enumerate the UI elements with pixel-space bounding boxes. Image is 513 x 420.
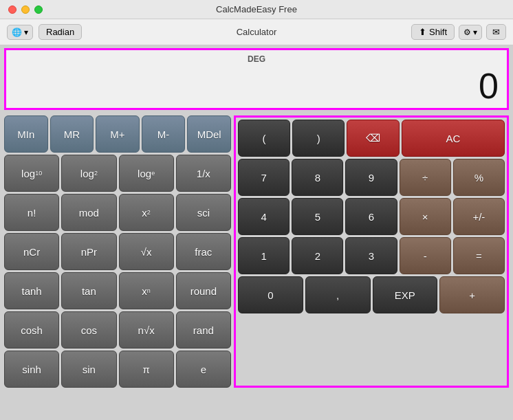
shift-button[interactable]: ⬆ Shift — [411, 24, 455, 40]
mod-button[interactable]: mod — [61, 194, 116, 231]
memory-row: MIn MR M+ M- MDel — [4, 115, 231, 153]
close-button[interactable] — [8, 5, 17, 14]
loge-button[interactable]: loge — [119, 155, 174, 192]
1-button[interactable]: 1 — [238, 237, 290, 274]
ncr-button[interactable]: nCr — [4, 233, 59, 270]
row-789: 7 8 9 ÷ % — [238, 159, 505, 196]
7-button[interactable]: 7 — [238, 159, 290, 196]
log10-button[interactable]: log10 — [4, 155, 59, 192]
display-value: 0 — [14, 68, 499, 104]
left-panel: MIn MR M+ M- MDel log10 log2 loge 1/x n!… — [4, 115, 231, 388]
npr-button[interactable]: nPr — [61, 233, 116, 270]
sin-button[interactable]: sin — [61, 351, 116, 388]
maximize-button[interactable] — [34, 5, 43, 14]
plus-button[interactable]: + — [439, 276, 505, 313]
row-123: 1 2 3 - = — [238, 237, 505, 274]
9-button[interactable]: 9 — [345, 159, 397, 196]
title-bar: CalcMadeEasy Free — [0, 0, 513, 19]
globe-chevron-icon: ▾ — [24, 27, 28, 37]
0-button[interactable]: 0 — [238, 276, 303, 313]
radian-button[interactable]: Radian — [39, 24, 82, 40]
sinh-button[interactable]: sinh — [4, 351, 59, 388]
globe-button[interactable]: 🌐 ▾ — [7, 25, 33, 40]
display: DEG 0 — [4, 48, 509, 110]
sci-button[interactable]: sci — [176, 194, 231, 231]
2-button[interactable]: 2 — [292, 237, 343, 274]
cosh-button[interactable]: cosh — [4, 311, 59, 349]
multiply-button[interactable]: × — [400, 198, 451, 235]
nroot-button[interactable]: n√x — [119, 311, 174, 349]
ac-button[interactable]: AC — [402, 120, 505, 157]
reciprocal-button[interactable]: 1/x — [176, 155, 231, 192]
frac-button[interactable]: frac — [176, 233, 231, 270]
equals-button[interactable]: = — [453, 237, 505, 274]
app-title: CalcMadeEasy Free — [216, 4, 297, 14]
toolbar: 🌐 ▾ Radian Calculator ⬆ Shift ⚙ ▾ ✉ — [0, 19, 513, 45]
factorial-row: n! mod x2 sci — [4, 194, 231, 231]
right-panel: ( ) ⌫ AC 7 8 9 ÷ % 4 5 6 × +/- 1 2 3 - = — [234, 115, 509, 388]
gear-icon: ⚙ — [463, 27, 471, 37]
rand-button[interactable]: rand — [176, 311, 231, 349]
mail-button[interactable]: ✉ — [486, 24, 506, 40]
percent-button[interactable]: % — [453, 159, 505, 196]
minimize-button[interactable] — [21, 5, 30, 14]
sinh-row: sinh sin π e — [4, 351, 231, 388]
tan-button[interactable]: tan — [61, 272, 116, 309]
cosh-row: cosh cos n√x rand — [4, 311, 231, 349]
e-button[interactable]: e — [176, 351, 231, 388]
log-row: log10 log2 loge 1/x — [4, 155, 231, 192]
divide-button[interactable]: ÷ — [400, 159, 451, 196]
pi-button[interactable]: π — [119, 351, 174, 388]
paren-row: ( ) ⌫ AC — [238, 120, 505, 157]
minus-button[interactable]: - — [400, 237, 451, 274]
exp-button[interactable]: EXP — [373, 276, 438, 313]
comb-row: nCr nPr √x frac — [4, 233, 231, 270]
plusminus-button[interactable]: +/- — [453, 198, 505, 235]
gear-button[interactable]: ⚙ ▾ — [459, 25, 482, 40]
min-button[interactable]: MIn — [4, 115, 48, 153]
round-button[interactable]: round — [176, 272, 231, 309]
paren-close-button[interactable]: ) — [292, 120, 345, 157]
globe-icon: 🌐 — [12, 27, 22, 37]
gear-chevron-icon: ▾ — [473, 27, 477, 37]
cos-button[interactable]: cos — [61, 311, 116, 349]
row-456: 4 5 6 × +/- — [238, 198, 505, 235]
4-button[interactable]: 4 — [238, 198, 290, 235]
toolbar-title: Calculator — [237, 27, 277, 37]
sqrt-button[interactable]: √x — [119, 233, 174, 270]
5-button[interactable]: 5 — [292, 198, 343, 235]
paren-open-button[interactable]: ( — [238, 120, 290, 157]
angle-mode: DEG — [14, 54, 499, 64]
6-button[interactable]: 6 — [345, 198, 397, 235]
mplus-button[interactable]: M+ — [96, 115, 140, 153]
tanh-button[interactable]: tanh — [4, 272, 59, 309]
backspace-button[interactable]: ⌫ — [347, 120, 399, 157]
xn-button[interactable]: xn — [119, 272, 174, 309]
row-0: 0 , EXP + — [238, 276, 505, 313]
mr-button[interactable]: MR — [50, 115, 94, 153]
mdel-button[interactable]: MDel — [187, 115, 231, 153]
log2-button[interactable]: log2 — [61, 155, 116, 192]
8-button[interactable]: 8 — [292, 159, 343, 196]
comma-button[interactable]: , — [305, 276, 371, 313]
mminus-button[interactable]: M- — [142, 115, 186, 153]
factorial-button[interactable]: n! — [4, 194, 59, 231]
shift-icon: ⬆ — [419, 27, 426, 37]
tanh-row: tanh tan xn round — [4, 272, 231, 309]
3-button[interactable]: 3 — [345, 237, 397, 274]
square-button[interactable]: x2 — [119, 194, 174, 231]
